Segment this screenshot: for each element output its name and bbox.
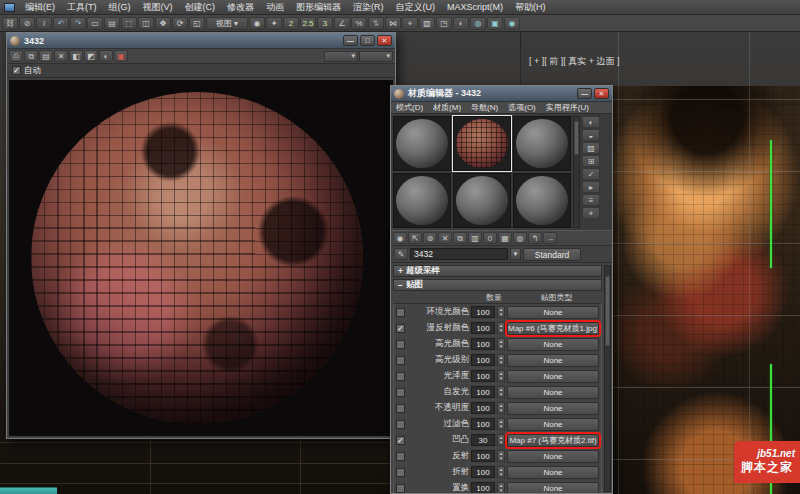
snap-25d-icon[interactable]: 2.5 [300, 17, 316, 30]
spinner-down-icon[interactable]: ▾ [500, 328, 503, 333]
material-sample-slot[interactable] [393, 173, 451, 228]
me-menu-item-4[interactable]: 实用程序(U) [541, 102, 594, 113]
select-by-material-icon[interactable]: ⌖ [582, 207, 600, 219]
snap-2d-icon[interactable]: 2 [283, 17, 299, 30]
amount-spinner[interactable]: ▴▾ [497, 386, 505, 398]
map-enable-checkbox[interactable] [396, 468, 405, 477]
menu-item-10[interactable]: MAXScript(M) [441, 0, 509, 14]
map-enable-checkbox[interactable] [396, 356, 405, 365]
map-enable-checkbox[interactable] [396, 372, 405, 381]
map-amount-field[interactable]: 100 [471, 338, 495, 350]
map-amount-field[interactable]: 100 [471, 466, 495, 478]
percent-snap-icon[interactable]: % [351, 17, 367, 30]
material-type-button[interactable]: Standard [523, 248, 581, 261]
amount-spinner[interactable]: ▴▾ [497, 418, 505, 430]
scrollbar-thumb[interactable] [574, 121, 579, 155]
crossing-selection-icon[interactable]: ◫ [138, 17, 154, 30]
show-end-result-icon[interactable]: ◍ [513, 232, 527, 244]
map-enable-checkbox[interactable] [396, 420, 405, 429]
auto-region-checkbox[interactable]: ✓ [12, 66, 21, 75]
menu-item-2[interactable]: 组(G) [103, 0, 137, 14]
material-sample-slot[interactable] [393, 116, 451, 171]
me-menu-item-0[interactable]: 模式(D) [391, 102, 428, 113]
amount-spinner[interactable]: ▴▾ [497, 370, 505, 382]
channel-rgb-icon[interactable]: ◧ [69, 50, 83, 62]
options-icon[interactable]: ≡ [582, 194, 600, 206]
use-pivot-center-icon[interactable]: ◉ [249, 17, 265, 30]
app-icon[interactable] [4, 3, 15, 12]
put-to-scene-icon[interactable]: ⇱ [408, 232, 422, 244]
amount-spinner[interactable]: ▴▾ [497, 402, 505, 414]
redo-icon[interactable]: ↷ [70, 17, 86, 30]
sample-scrollbar[interactable] [573, 116, 580, 228]
spinner-down-icon[interactable]: ▾ [500, 424, 503, 429]
unlink-icon[interactable]: ⊘ [19, 17, 35, 30]
map-type-button[interactable]: None [507, 466, 599, 479]
map-amount-field[interactable]: 100 [471, 482, 495, 493]
map-amount-field[interactable]: 30 [471, 434, 495, 446]
close-button[interactable]: ✕ [594, 88, 609, 99]
amount-spinner[interactable]: ▴▾ [497, 466, 505, 478]
map-type-button[interactable]: None [507, 386, 599, 399]
map-enable-checkbox[interactable] [396, 404, 405, 413]
menu-item-8[interactable]: 渲染(R) [347, 0, 390, 14]
chevron-down-icon[interactable]: ▼ [510, 248, 521, 260]
rollout-maps[interactable]: − 贴图 [393, 279, 602, 291]
material-editor-icon[interactable]: ◐ [453, 17, 469, 30]
minimize-button[interactable]: — [343, 35, 358, 46]
map-type-button[interactable]: None [507, 370, 599, 383]
map-enable-checkbox[interactable]: ✓ [396, 324, 405, 333]
show-map-in-viewport-icon[interactable]: ▦ [498, 232, 512, 244]
layer-manager-icon[interactable]: ▧ [419, 17, 435, 30]
menu-item-1[interactable]: 工具(T) [61, 0, 103, 14]
maximize-button[interactable]: □ [360, 35, 375, 46]
map-amount-field[interactable]: 100 [471, 418, 495, 430]
spinner-down-icon[interactable]: ▾ [500, 392, 503, 397]
spinner-down-icon[interactable]: ▾ [500, 440, 503, 445]
ref-coord-dropdown[interactable]: 视图 ▾ [206, 17, 248, 30]
select-rotate-icon[interactable]: ⟳ [172, 17, 188, 30]
select-scale-icon[interactable]: ◱ [189, 17, 205, 30]
spinner-down-icon[interactable]: ▾ [500, 376, 503, 381]
spinner-down-icon[interactable]: ▾ [500, 488, 503, 493]
make-unique-icon[interactable]: ⧉ [453, 232, 467, 244]
amount-spinner[interactable]: ▴▾ [497, 482, 505, 493]
minimize-button[interactable]: — [577, 88, 592, 99]
material-sample-slot[interactable] [513, 116, 571, 171]
map-type-button[interactable]: None [507, 418, 599, 431]
select-manipulate-icon[interactable]: ✦ [266, 17, 282, 30]
render-setup-icon[interactable]: ◍ [470, 17, 486, 30]
menu-item-6[interactable]: 动画 [260, 0, 290, 14]
map-type-button[interactable]: None [507, 482, 599, 494]
reset-map-icon[interactable]: ✕ [438, 232, 452, 244]
scrollbar-thumb[interactable] [605, 276, 610, 346]
snap-3d-icon[interactable]: 3 [317, 17, 333, 30]
map-amount-field[interactable]: 100 [471, 322, 495, 334]
map-type-button[interactable]: Map #7 (马赛克材质2.tif) [507, 434, 599, 447]
material-editor-titlebar[interactable]: 材质编辑器 - 3432 — ✕ [391, 86, 612, 102]
material-id-icon[interactable]: 0 [483, 232, 497, 244]
rect-region-icon[interactable]: ⬚ [121, 17, 137, 30]
map-type-button[interactable]: None [507, 450, 599, 463]
select-move-icon[interactable]: ✥ [155, 17, 171, 30]
graph-editors-icon[interactable]: ◳ [436, 17, 452, 30]
backlight-icon[interactable]: ◒ [582, 129, 600, 141]
menu-item-5[interactable]: 修改器 [221, 0, 260, 14]
align-icon[interactable]: ⌖ [402, 17, 418, 30]
color-swatch-icon[interactable]: ▣ [114, 50, 128, 62]
spinner-down-icon[interactable]: ▾ [500, 344, 503, 349]
map-type-button[interactable]: None [507, 354, 599, 367]
amount-spinner[interactable]: ▴▾ [497, 306, 505, 318]
video-color-check-icon[interactable]: ✓ [582, 168, 600, 180]
select-link-icon[interactable]: ⛓ [2, 17, 18, 30]
rollout-scrollbar[interactable] [604, 265, 611, 492]
menu-item-3[interactable]: 视图(V) [137, 0, 179, 14]
angle-snap-icon[interactable]: ∠ [334, 17, 350, 30]
spinner-down-icon[interactable]: ▾ [500, 456, 503, 461]
monochrome-icon[interactable]: ◐ [99, 50, 113, 62]
go-to-parent-icon[interactable]: ↰ [528, 232, 542, 244]
render-window-titlebar[interactable]: 3432 — □ ✕ [7, 33, 395, 49]
rollout-supersampling[interactable]: + 超级采样 [393, 265, 602, 277]
map-enable-checkbox[interactable] [396, 340, 405, 349]
get-material-icon[interactable]: ◉ [393, 232, 407, 244]
